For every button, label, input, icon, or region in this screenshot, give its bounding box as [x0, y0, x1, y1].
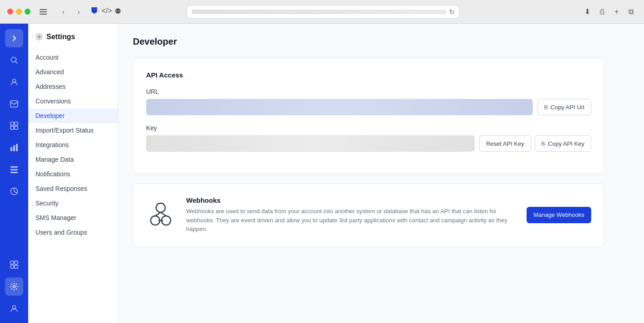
- new-tab-icon[interactable]: +: [611, 6, 622, 17]
- copy-icon: ⎘: [544, 104, 548, 111]
- svg-rect-7: [15, 122, 18, 125]
- maximize-button[interactable]: [25, 9, 30, 15]
- copy-url-label: Copy API Url: [551, 104, 584, 111]
- security-icons: ⛊ </> ⚉: [91, 7, 121, 16]
- sidebar-item-advanced[interactable]: Advanced: [28, 65, 118, 79]
- nav-rail-item-contacts[interactable]: [5, 73, 23, 91]
- svg-point-3: [11, 57, 16, 62]
- copy-api-key-button[interactable]: ⎘ Copy API Key: [535, 135, 591, 152]
- nav-rail-item-search[interactable]: [5, 51, 23, 69]
- reload-icon[interactable]: ↻: [449, 8, 455, 15]
- download-icon[interactable]: ⬇: [582, 6, 593, 17]
- sidebar-item-import-export[interactable]: Import/Export Status: [28, 123, 118, 138]
- sidebar-item-developer[interactable]: Developer: [28, 108, 118, 123]
- copy-key-label: Copy API Key: [548, 140, 584, 147]
- url-label: URL: [146, 88, 591, 95]
- nav-icons: ‹ ›: [57, 5, 85, 18]
- svg-rect-0: [40, 9, 47, 10]
- page-title: Developer: [133, 36, 604, 47]
- tabs-icon[interactable]: ⧉: [626, 6, 637, 17]
- nav-rail-item-arrow[interactable]: [5, 29, 23, 47]
- webhook-content: Webhooks Webhooks are used to send data …: [186, 196, 516, 234]
- main-content: Developer API Access URL ⎘ Copy API Url …: [118, 24, 644, 323]
- sidebar: Settings Account Advanced Addresses Conv…: [28, 24, 118, 323]
- url-row: ⎘ Copy API Url: [146, 99, 591, 115]
- sidebar-item-addresses[interactable]: Addresses: [28, 79, 118, 94]
- svg-rect-19: [10, 265, 14, 268]
- nav-rail-item-grid[interactable]: [5, 117, 23, 135]
- close-button[interactable]: [7, 9, 13, 15]
- svg-point-21: [13, 286, 15, 288]
- webhook-title: Webhooks: [186, 196, 516, 204]
- svg-point-23: [38, 36, 41, 38]
- nav-rail-item-chart[interactable]: [5, 138, 23, 157]
- svg-rect-14: [10, 169, 18, 170]
- code-icon: </>: [101, 7, 112, 16]
- svg-rect-6: [10, 122, 14, 125]
- svg-rect-18: [15, 261, 18, 264]
- svg-rect-2: [40, 14, 47, 15]
- nav-rail-bottom: [5, 256, 23, 318]
- sidebar-item-account[interactable]: Account: [28, 50, 118, 65]
- share-icon[interactable]: ⎙: [597, 6, 608, 17]
- manage-webhooks-label: Manage Webhooks: [533, 211, 584, 218]
- traffic-lights: [7, 9, 30, 15]
- settings-header-icon: [35, 33, 43, 41]
- manage-webhooks-button[interactable]: Manage Webhooks: [527, 207, 591, 223]
- shield-icon: ⛊: [91, 7, 99, 16]
- nav-rail-item-profile[interactable]: [5, 299, 23, 318]
- nav-rail-item-list[interactable]: [5, 160, 23, 179]
- sidebar-nav: Account Advanced Addresses Conversions D…: [28, 48, 118, 323]
- svg-rect-8: [10, 126, 14, 129]
- sidebar-item-manage-data[interactable]: Manage Data: [28, 152, 118, 167]
- main-inner: Developer API Access URL ⎘ Copy API Url …: [118, 24, 619, 269]
- sidebar-item-conversions[interactable]: Conversions: [28, 94, 118, 108]
- minimize-button[interactable]: [16, 9, 22, 15]
- privacy-icon: ⚉: [115, 7, 121, 16]
- reset-api-key-button[interactable]: Reset API Key: [479, 135, 531, 152]
- key-row-buttons: Reset API Key ⎘ Copy API Key: [479, 135, 591, 152]
- api-access-card: API Access URL ⎘ Copy API Url Key: [133, 58, 604, 174]
- sidebar-item-integrations[interactable]: Integrations: [28, 138, 118, 152]
- browser-icons-right: ⬇ ⎙ + ⧉: [582, 6, 637, 17]
- svg-rect-17: [10, 261, 14, 264]
- back-button[interactable]: ‹: [57, 5, 70, 18]
- webhooks-card: Webhooks Webhooks are used to send data …: [133, 183, 604, 247]
- nav-rail-item-widgets[interactable]: [5, 256, 23, 274]
- copy-url-button[interactable]: ⎘ Copy API Url: [538, 99, 591, 115]
- svg-rect-10: [10, 147, 12, 151]
- nav-rail-item-mail[interactable]: [5, 95, 23, 113]
- copy-key-icon: ⎘: [542, 140, 545, 147]
- sidebar-title: Settings: [46, 33, 75, 41]
- sidebar-item-sms-manager[interactable]: SMS Manager: [28, 210, 118, 225]
- url-display: [192, 10, 446, 14]
- svg-rect-9: [15, 126, 18, 129]
- sidebar-header: Settings: [28, 24, 118, 48]
- svg-rect-1: [40, 11, 47, 12]
- svg-rect-13: [10, 166, 18, 168]
- sidebar-item-users-groups[interactable]: Users and Groups: [28, 225, 118, 240]
- key-input[interactable]: [146, 135, 475, 152]
- webhook-icon: [146, 200, 175, 230]
- sidebar-item-saved-responses[interactable]: Saved Responses: [28, 181, 118, 196]
- url-input[interactable]: [146, 99, 533, 115]
- sidebar-toggle-icon[interactable]: [37, 5, 50, 18]
- sidebar-item-security[interactable]: Security: [28, 196, 118, 210]
- sidebar-item-notifications[interactable]: Notifications: [28, 167, 118, 181]
- webhook-icon-wrap: [146, 200, 175, 230]
- nav-rail-item-settings[interactable]: [5, 277, 23, 296]
- address-bar[interactable]: ↻: [187, 5, 460, 19]
- svg-rect-12: [16, 144, 18, 151]
- svg-point-22: [13, 306, 16, 309]
- svg-point-4: [13, 79, 16, 82]
- webhook-description: Webhooks are used to send data from your…: [186, 207, 516, 234]
- webhooks-inner: Webhooks Webhooks are used to send data …: [146, 196, 591, 234]
- browser-chrome: ‹ › ⛊ </> ⚉ ↻ ⬇ ⎙ + ⧉: [0, 0, 644, 24]
- forward-button[interactable]: ›: [72, 5, 85, 18]
- svg-point-26: [156, 203, 165, 212]
- app: Settings Account Advanced Addresses Conv…: [0, 24, 644, 323]
- svg-rect-11: [13, 145, 15, 151]
- nav-rail: [0, 24, 28, 323]
- nav-rail-item-pie[interactable]: [5, 182, 23, 200]
- api-access-title: API Access: [146, 71, 591, 79]
